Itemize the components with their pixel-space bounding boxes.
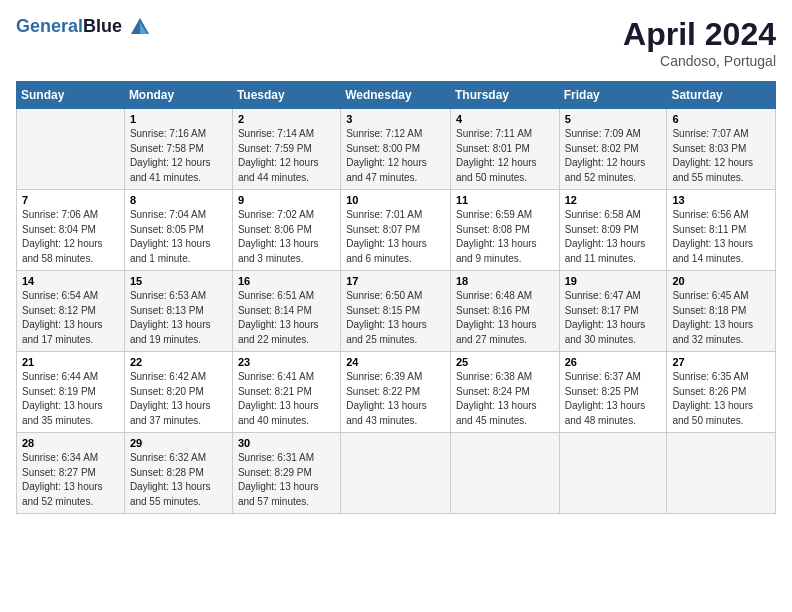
weekday-header: Friday — [559, 82, 667, 109]
day-number: 25 — [456, 356, 554, 368]
calendar-cell: 12Sunrise: 6:58 AMSunset: 8:09 PMDayligh… — [559, 190, 667, 271]
calendar-cell: 27Sunrise: 6:35 AMSunset: 8:26 PMDayligh… — [667, 352, 776, 433]
day-number: 5 — [565, 113, 662, 125]
month-title: April 2024 — [623, 16, 776, 53]
logo-icon — [129, 16, 151, 38]
calendar-cell — [341, 433, 451, 514]
day-number: 11 — [456, 194, 554, 206]
day-info: Sunrise: 6:56 AMSunset: 8:11 PMDaylight:… — [672, 208, 770, 266]
day-number: 29 — [130, 437, 227, 449]
day-info: Sunrise: 6:41 AMSunset: 8:21 PMDaylight:… — [238, 370, 335, 428]
day-info: Sunrise: 6:38 AMSunset: 8:24 PMDaylight:… — [456, 370, 554, 428]
calendar-cell: 9Sunrise: 7:02 AMSunset: 8:06 PMDaylight… — [232, 190, 340, 271]
day-number: 23 — [238, 356, 335, 368]
calendar-cell: 16Sunrise: 6:51 AMSunset: 8:14 PMDayligh… — [232, 271, 340, 352]
day-info: Sunrise: 6:58 AMSunset: 8:09 PMDaylight:… — [565, 208, 662, 266]
day-number: 16 — [238, 275, 335, 287]
logo-text: GeneralBlue — [16, 16, 151, 38]
day-number: 19 — [565, 275, 662, 287]
day-info: Sunrise: 6:53 AMSunset: 8:13 PMDaylight:… — [130, 289, 227, 347]
calendar-cell: 1Sunrise: 7:16 AMSunset: 7:58 PMDaylight… — [124, 109, 232, 190]
day-number: 21 — [22, 356, 119, 368]
calendar-cell — [559, 433, 667, 514]
calendar-cell: 17Sunrise: 6:50 AMSunset: 8:15 PMDayligh… — [341, 271, 451, 352]
calendar-cell: 15Sunrise: 6:53 AMSunset: 8:13 PMDayligh… — [124, 271, 232, 352]
calendar-cell: 3Sunrise: 7:12 AMSunset: 8:00 PMDaylight… — [341, 109, 451, 190]
day-info: Sunrise: 6:48 AMSunset: 8:16 PMDaylight:… — [456, 289, 554, 347]
calendar-cell: 23Sunrise: 6:41 AMSunset: 8:21 PMDayligh… — [232, 352, 340, 433]
day-info: Sunrise: 7:16 AMSunset: 7:58 PMDaylight:… — [130, 127, 227, 185]
calendar-cell — [667, 433, 776, 514]
day-number: 4 — [456, 113, 554, 125]
calendar-week-row: 21Sunrise: 6:44 AMSunset: 8:19 PMDayligh… — [17, 352, 776, 433]
calendar-cell: 13Sunrise: 6:56 AMSunset: 8:11 PMDayligh… — [667, 190, 776, 271]
day-info: Sunrise: 6:37 AMSunset: 8:25 PMDaylight:… — [565, 370, 662, 428]
title-block: April 2024 Candoso, Portugal — [623, 16, 776, 69]
calendar-cell: 24Sunrise: 6:39 AMSunset: 8:22 PMDayligh… — [341, 352, 451, 433]
calendar-cell: 11Sunrise: 6:59 AMSunset: 8:08 PMDayligh… — [450, 190, 559, 271]
calendar-body: 1Sunrise: 7:16 AMSunset: 7:58 PMDaylight… — [17, 109, 776, 514]
calendar-cell: 30Sunrise: 6:31 AMSunset: 8:29 PMDayligh… — [232, 433, 340, 514]
day-number: 28 — [22, 437, 119, 449]
day-info: Sunrise: 6:51 AMSunset: 8:14 PMDaylight:… — [238, 289, 335, 347]
weekday-header: Thursday — [450, 82, 559, 109]
weekday-header: Tuesday — [232, 82, 340, 109]
day-number: 26 — [565, 356, 662, 368]
calendar-cell: 4Sunrise: 7:11 AMSunset: 8:01 PMDaylight… — [450, 109, 559, 190]
calendar-week-row: 7Sunrise: 7:06 AMSunset: 8:04 PMDaylight… — [17, 190, 776, 271]
calendar-cell: 7Sunrise: 7:06 AMSunset: 8:04 PMDaylight… — [17, 190, 125, 271]
day-info: Sunrise: 7:11 AMSunset: 8:01 PMDaylight:… — [456, 127, 554, 185]
calendar-header: SundayMondayTuesdayWednesdayThursdayFrid… — [17, 82, 776, 109]
day-number: 20 — [672, 275, 770, 287]
day-info: Sunrise: 7:12 AMSunset: 8:00 PMDaylight:… — [346, 127, 445, 185]
calendar-cell: 8Sunrise: 7:04 AMSunset: 8:05 PMDaylight… — [124, 190, 232, 271]
weekday-header: Wednesday — [341, 82, 451, 109]
calendar-week-row: 14Sunrise: 6:54 AMSunset: 8:12 PMDayligh… — [17, 271, 776, 352]
day-info: Sunrise: 7:09 AMSunset: 8:02 PMDaylight:… — [565, 127, 662, 185]
location: Candoso, Portugal — [623, 53, 776, 69]
day-number: 12 — [565, 194, 662, 206]
calendar-cell: 26Sunrise: 6:37 AMSunset: 8:25 PMDayligh… — [559, 352, 667, 433]
day-info: Sunrise: 6:50 AMSunset: 8:15 PMDaylight:… — [346, 289, 445, 347]
day-info: Sunrise: 6:34 AMSunset: 8:27 PMDaylight:… — [22, 451, 119, 509]
day-info: Sunrise: 6:32 AMSunset: 8:28 PMDaylight:… — [130, 451, 227, 509]
day-number: 14 — [22, 275, 119, 287]
day-info: Sunrise: 7:04 AMSunset: 8:05 PMDaylight:… — [130, 208, 227, 266]
calendar-cell: 19Sunrise: 6:47 AMSunset: 8:17 PMDayligh… — [559, 271, 667, 352]
day-number: 27 — [672, 356, 770, 368]
logo: GeneralBlue — [16, 16, 151, 38]
calendar-cell: 20Sunrise: 6:45 AMSunset: 8:18 PMDayligh… — [667, 271, 776, 352]
weekday-row: SundayMondayTuesdayWednesdayThursdayFrid… — [17, 82, 776, 109]
day-number: 13 — [672, 194, 770, 206]
calendar-cell: 28Sunrise: 6:34 AMSunset: 8:27 PMDayligh… — [17, 433, 125, 514]
day-number: 30 — [238, 437, 335, 449]
calendar-week-row: 28Sunrise: 6:34 AMSunset: 8:27 PMDayligh… — [17, 433, 776, 514]
calendar-cell — [17, 109, 125, 190]
day-number: 8 — [130, 194, 227, 206]
day-number: 24 — [346, 356, 445, 368]
calendar-cell: 18Sunrise: 6:48 AMSunset: 8:16 PMDayligh… — [450, 271, 559, 352]
day-info: Sunrise: 6:47 AMSunset: 8:17 PMDaylight:… — [565, 289, 662, 347]
day-info: Sunrise: 6:54 AMSunset: 8:12 PMDaylight:… — [22, 289, 119, 347]
day-number: 1 — [130, 113, 227, 125]
calendar-cell: 10Sunrise: 7:01 AMSunset: 8:07 PMDayligh… — [341, 190, 451, 271]
day-number: 22 — [130, 356, 227, 368]
weekday-header: Sunday — [17, 82, 125, 109]
calendar-cell: 29Sunrise: 6:32 AMSunset: 8:28 PMDayligh… — [124, 433, 232, 514]
day-number: 10 — [346, 194, 445, 206]
day-info: Sunrise: 6:42 AMSunset: 8:20 PMDaylight:… — [130, 370, 227, 428]
day-info: Sunrise: 6:31 AMSunset: 8:29 PMDaylight:… — [238, 451, 335, 509]
day-info: Sunrise: 6:44 AMSunset: 8:19 PMDaylight:… — [22, 370, 119, 428]
weekday-header: Monday — [124, 82, 232, 109]
calendar-cell: 25Sunrise: 6:38 AMSunset: 8:24 PMDayligh… — [450, 352, 559, 433]
day-info: Sunrise: 7:14 AMSunset: 7:59 PMDaylight:… — [238, 127, 335, 185]
calendar-cell: 2Sunrise: 7:14 AMSunset: 7:59 PMDaylight… — [232, 109, 340, 190]
day-number: 9 — [238, 194, 335, 206]
day-number: 17 — [346, 275, 445, 287]
page-header: GeneralBlue April 2024 Candoso, Portugal — [16, 16, 776, 69]
day-number: 18 — [456, 275, 554, 287]
weekday-header: Saturday — [667, 82, 776, 109]
calendar-week-row: 1Sunrise: 7:16 AMSunset: 7:58 PMDaylight… — [17, 109, 776, 190]
calendar-cell — [450, 433, 559, 514]
day-number: 2 — [238, 113, 335, 125]
